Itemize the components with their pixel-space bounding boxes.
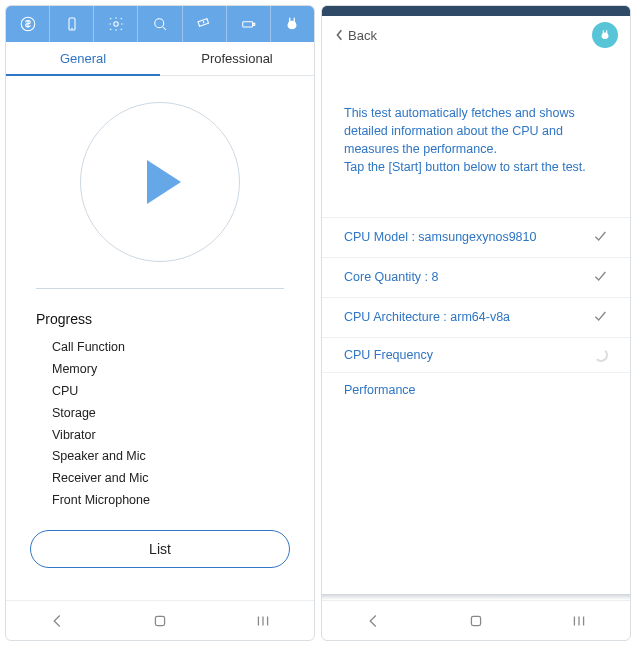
- bunny-icon[interactable]: [271, 6, 314, 42]
- nav-recents-icon[interactable]: [252, 610, 274, 632]
- check-icon: [592, 268, 608, 287]
- nav-recents-icon[interactable]: [568, 610, 590, 632]
- right-body: This test automatically fetches and show…: [322, 54, 630, 594]
- chevron-left-icon: [334, 28, 344, 42]
- tabs: General Professional: [6, 42, 314, 76]
- svg-line-6: [203, 21, 204, 23]
- svg-rect-7: [243, 22, 253, 27]
- tab-professional[interactable]: Professional: [160, 42, 314, 76]
- svg-rect-9: [155, 616, 164, 625]
- back-button[interactable]: Back: [334, 28, 377, 43]
- android-navbar: [6, 600, 314, 640]
- top-bar: Back: [322, 16, 630, 54]
- android-navbar: [322, 600, 630, 640]
- divider: [36, 288, 284, 289]
- list-item: CPU: [52, 381, 284, 403]
- description: This test automatically fetches and show…: [322, 54, 630, 197]
- row-core-quantity: Core Quantity : 8: [322, 257, 630, 297]
- svg-rect-13: [471, 616, 480, 625]
- list-item: Speaker and Mic: [52, 446, 284, 468]
- status-bar: [322, 6, 630, 16]
- spinner-icon: [594, 348, 608, 362]
- magnify-icon[interactable]: [138, 6, 182, 42]
- back-label: Back: [348, 28, 377, 43]
- list-item: Call Function: [52, 337, 284, 359]
- bunny-icon: [598, 28, 612, 42]
- ticket-icon[interactable]: [183, 6, 227, 42]
- list-item: Vibrator: [52, 425, 284, 447]
- progress-title: Progress: [36, 311, 284, 327]
- left-screen: General Professional Progress Call Funct…: [5, 5, 315, 641]
- list-item: Memory: [52, 359, 284, 381]
- phone-icon[interactable]: [50, 6, 94, 42]
- nav-back-icon[interactable]: [362, 610, 384, 632]
- row-cpu-arch: CPU Architecture : arm64-v8a: [322, 297, 630, 337]
- play-icon: [147, 160, 181, 204]
- check-icon: [592, 228, 608, 247]
- svg-point-3: [114, 22, 119, 27]
- svg-line-5: [163, 27, 166, 30]
- check-icon: [592, 308, 608, 327]
- play-area: [6, 76, 314, 272]
- nav-home-icon[interactable]: [465, 610, 487, 632]
- row-cpu-frequency: CPU Frequency: [322, 337, 630, 372]
- play-button[interactable]: [80, 102, 240, 262]
- row-cpu-model: CPU Model : samsungexynos9810: [322, 217, 630, 257]
- battery-icon[interactable]: [227, 6, 271, 42]
- svg-rect-8: [254, 23, 256, 25]
- row-performance: Performance: [322, 372, 630, 407]
- list-item: Receiver and Mic: [52, 468, 284, 490]
- list-button[interactable]: List: [30, 530, 290, 568]
- nav-home-icon[interactable]: [149, 610, 171, 632]
- cpu-rows: CPU Model : samsungexynos9810 Core Quant…: [322, 217, 630, 407]
- progress-block: Progress Call Function Memory CPU Storag…: [6, 299, 314, 516]
- top-toolbar: [6, 6, 314, 42]
- svg-point-4: [155, 19, 164, 28]
- right-screen: Back This test automatically fetches and…: [321, 5, 631, 641]
- gear-icon[interactable]: [94, 6, 138, 42]
- nav-back-icon[interactable]: [46, 610, 68, 632]
- dollar-icon[interactable]: [6, 6, 50, 42]
- list-item: Storage: [52, 403, 284, 425]
- bunny-fab[interactable]: [592, 22, 618, 48]
- tab-general[interactable]: General: [6, 42, 160, 76]
- progress-list: Call Function Memory CPU Storage Vibrato…: [36, 337, 284, 512]
- list-item: Front Microphone: [52, 490, 284, 512]
